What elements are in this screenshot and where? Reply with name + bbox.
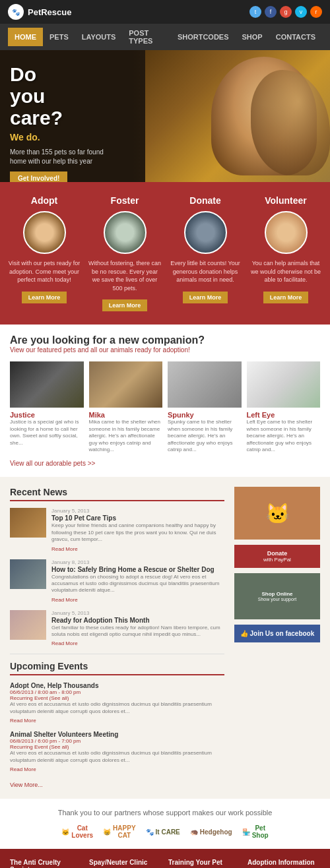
nav-item-pets[interactable]: Pets xyxy=(43,28,75,46)
partner-pet-shop[interactable]: 🏪 PetShop xyxy=(242,824,269,839)
event-date-1: 06/8/2013 / 6:00 pm - 7:00 pm xyxy=(10,738,224,744)
facebook-join-button[interactable]: 👍 Join Us on facebook xyxy=(234,625,320,642)
news-desc-2: Get familiar to these cuties ready for a… xyxy=(51,625,224,638)
adopt-button[interactable]: Learn More xyxy=(22,292,67,303)
site-logo[interactable]: 🐾 PetRescue xyxy=(8,4,71,20)
left-column: Recent News January 5, 2013 Top 10 Pet C… xyxy=(10,487,224,789)
donate-paypal-button[interactable]: Donate with PayPal xyxy=(234,545,320,568)
gplus-icon[interactable]: g xyxy=(280,6,292,18)
read-more-2[interactable]: Read More xyxy=(51,640,78,646)
footer-grid: The Anti Cruelty Society Adoption Inform… xyxy=(10,859,320,868)
site-footer: The Anti Cruelty Society Adoption Inform… xyxy=(0,849,330,868)
event-read-more-0[interactable]: Read More xyxy=(10,718,36,724)
shop-image-sidebar: Shop Online Show your support xyxy=(234,573,320,619)
foster-desc: Without fostering, there can be no rescu… xyxy=(87,259,162,292)
partners-section: Thank you to our partners whose support … xyxy=(0,799,330,849)
pet-name-mika[interactable]: Mika xyxy=(89,411,163,419)
donate-btn-text: Donate xyxy=(240,550,315,557)
partner-hedgehog[interactable]: 🦔 Hedgehog xyxy=(190,828,232,836)
featured-heading: Are you looking for a new companion? xyxy=(10,334,320,346)
foster-button[interactable]: Learn More xyxy=(102,299,148,311)
news-title: Recent News xyxy=(10,487,224,501)
news-headline-2[interactable]: Ready for Adoption This Month xyxy=(51,616,224,625)
nav-item-shop[interactable]: Shop xyxy=(236,28,269,46)
happy-cat-icon: 😸 xyxy=(103,828,111,836)
hero-title: Doyoucare? xyxy=(10,63,116,129)
care-section: Adopt Visit with our pets ready for adop… xyxy=(0,182,330,325)
rss-icon[interactable]: r xyxy=(310,6,322,18)
read-more-0[interactable]: Read More xyxy=(51,546,78,552)
read-more-1[interactable]: Read More xyxy=(51,597,78,603)
pet-name-spunky[interactable]: Spunky xyxy=(168,411,242,419)
event-title-0[interactable]: Adopt One, Help Thousands xyxy=(10,682,224,689)
pet-name-lefteye[interactable]: Left Eye xyxy=(247,411,321,419)
hero-content: Doyoucare? We do. More than 155 pets so … xyxy=(10,63,116,182)
event-date-0: 06/6/2013 / 8:00 am - 8:00 pm xyxy=(10,689,224,695)
news-desc-0: Keep your feline friends and canine comp… xyxy=(51,522,224,543)
donate-title: Donate xyxy=(168,195,243,206)
nav-item-contacts[interactable]: Contacts xyxy=(269,28,322,46)
pet-shop-icon: 🏪 xyxy=(242,828,250,836)
pet-image-spunky xyxy=(168,361,242,408)
nav-item-layouts[interactable]: Layouts xyxy=(75,28,123,46)
pet-care-text: It CARE xyxy=(156,828,180,836)
partner-happy-cat[interactable]: 😸 HAPPYCAT xyxy=(103,824,135,839)
nav-item-home[interactable]: Home xyxy=(8,28,43,46)
pet-desc-justice: Justice is a special gal who is looking … xyxy=(10,419,84,447)
news-date-0: January 5, 2013 xyxy=(51,508,224,514)
view-more-events-link[interactable]: View More... xyxy=(10,782,43,788)
news-image-0 xyxy=(10,508,46,538)
twitter-icon[interactable]: t xyxy=(249,6,261,18)
news-date-1: January 8, 2013 xyxy=(51,559,224,565)
nav-item-shortcodes[interactable]: Shortcodes xyxy=(171,28,236,46)
get-involved-button[interactable]: Get Involved! xyxy=(10,171,67,182)
event-recurring-1[interactable]: Recurring Event (See all) xyxy=(10,744,224,750)
news-item-0: January 5, 2013 Top 10 Pet Care Tips Kee… xyxy=(10,508,224,552)
partner-pet-care[interactable]: 🐾 It CARE xyxy=(146,828,180,836)
right-sidebar: 🐱 Donate with PayPal Shop Online Show yo… xyxy=(234,487,320,789)
pet-card-lefteye: Left Eye Left Eye came to the shelter wh… xyxy=(247,361,321,453)
volunteer-desc: You can help animals that we would other… xyxy=(248,259,323,284)
facebook-icon[interactable]: f xyxy=(265,6,277,18)
event-read-more-1[interactable]: Read More xyxy=(10,766,36,772)
site-header: 🐾 PetRescue t f g v r xyxy=(0,0,330,24)
fb-icon: 👍 xyxy=(240,630,248,637)
fb-text: Join Us on facebook xyxy=(249,630,314,637)
hero-section: Doyoucare? We do. More than 155 pets so … xyxy=(0,50,330,182)
hero-subtitle: We do. xyxy=(10,132,116,142)
shop-btn-text: Shop Online xyxy=(258,591,296,597)
pets-grid: Justice Justice is a special gal who is … xyxy=(10,361,320,453)
footer-col-title-1: Spay/Neuter Clinic xyxy=(89,859,162,868)
news-headline-1[interactable]: How to: Safely Bring Home a Rescue or Sh… xyxy=(51,565,224,574)
partner-cat-lovers[interactable]: 🐱 CatLovers xyxy=(61,824,93,839)
donate-btn-subtext: with PayPal xyxy=(240,557,315,563)
news-content-0: January 5, 2013 Top 10 Pet Care Tips Kee… xyxy=(51,508,224,552)
adopt-title: Adopt xyxy=(7,195,82,206)
footer-col-title-3: Adoption Information xyxy=(248,859,320,868)
news-content-2: January 5, 2013 Ready for Adoption This … xyxy=(51,610,224,648)
adopt-image xyxy=(23,211,66,254)
foster-image xyxy=(104,211,147,254)
nav-item-post-types[interactable]: Post Types xyxy=(122,24,171,50)
event-recurring-0[interactable]: Recurring Event (See all) xyxy=(10,695,224,701)
hedgehog-text: Hedgehog xyxy=(200,828,232,836)
pet-desc-mika: Mika came to the shelter when someone in… xyxy=(89,419,163,453)
pet-name-justice[interactable]: Justice xyxy=(10,411,84,419)
news-item-2: January 5, 2013 Ready for Adoption This … xyxy=(10,610,224,648)
news-headline-0[interactable]: Top 10 Pet Care Tips xyxy=(51,514,224,522)
donate-image xyxy=(184,211,227,254)
volunteer-button[interactable]: Learn More xyxy=(263,292,309,303)
view-all-pets-link[interactable]: View all our adorable pets >> xyxy=(10,460,320,467)
event-desc-1: At vero eos et accusamus et iusto odio d… xyxy=(10,750,224,764)
event-title-1[interactable]: Animal Shelter Volunteers Meeting xyxy=(10,731,224,738)
featured-subheading: View our featured pets and all our anima… xyxy=(10,346,320,354)
news-content-1: January 8, 2013 How to: Safely Bring Hom… xyxy=(51,559,224,604)
vimeo-icon[interactable]: v xyxy=(295,6,307,18)
partners-title: Thank you to our partners whose support … xyxy=(10,809,320,817)
event-item-0: Adopt One, Help Thousands 06/6/2013 / 8:… xyxy=(10,682,224,724)
footer-col-title-2: Training Your Pet xyxy=(168,859,241,868)
pet-desc-lefteye: Left Eye came to the shelter when someon… xyxy=(247,419,321,453)
footer-col-2: Training Your Pet Training Your Dog Trai… xyxy=(168,859,241,868)
donate-button[interactable]: Learn More xyxy=(183,292,228,303)
events-title: Upcoming Events xyxy=(10,661,224,675)
